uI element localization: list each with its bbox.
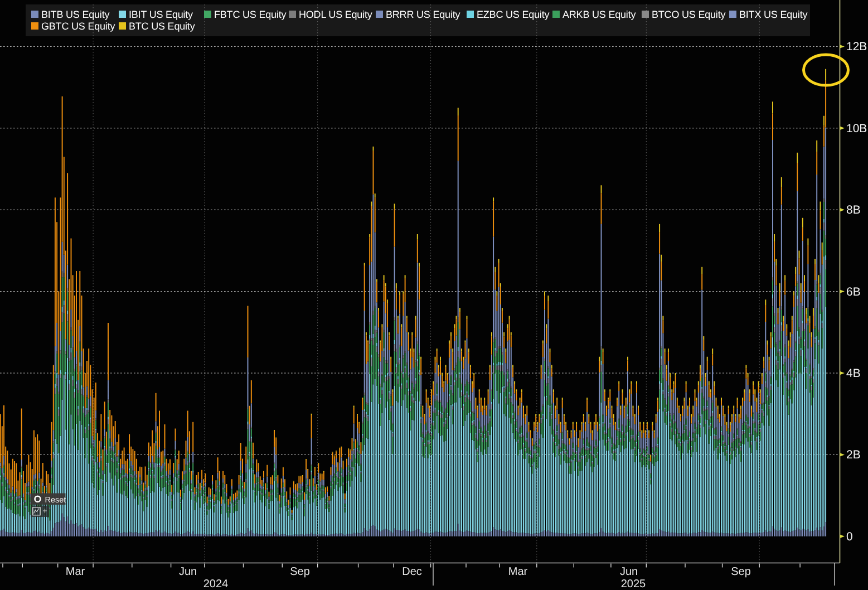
svg-text:BTCO US Equity: BTCO US Equity <box>652 9 725 20</box>
svg-text:BRRR US Equity: BRRR US Equity <box>386 9 460 20</box>
svg-text:FBTC US Equity: FBTC US Equity <box>214 9 286 20</box>
svg-text:Mar: Mar <box>66 565 85 578</box>
svg-text:HODL US Equity: HODL US Equity <box>299 9 372 20</box>
svg-text:Sep: Sep <box>290 565 310 578</box>
svg-text:2025: 2025 <box>621 578 646 590</box>
svg-text:6B: 6B <box>846 286 861 298</box>
svg-text:IBIT US Equity: IBIT US Equity <box>129 9 193 20</box>
svg-text:Reset: Reset <box>45 496 66 505</box>
svg-text:GBTC US Equity: GBTC US Equity <box>41 21 115 32</box>
svg-text:10B: 10B <box>846 122 867 135</box>
svg-text:8B: 8B <box>846 204 861 216</box>
svg-text:Dec: Dec <box>402 565 422 578</box>
svg-text:4B: 4B <box>846 367 861 380</box>
svg-text:BITX US Equity: BITX US Equity <box>739 9 807 20</box>
svg-text:0: 0 <box>846 530 853 543</box>
svg-text:Sep: Sep <box>731 565 751 578</box>
svg-text:2024: 2024 <box>203 578 229 590</box>
svg-text:Jun: Jun <box>620 565 638 578</box>
svg-text:BTC US Equity: BTC US Equity <box>129 21 195 32</box>
svg-text:BITB US Equity: BITB US Equity <box>41 9 109 20</box>
svg-text:12B: 12B <box>846 40 867 53</box>
svg-text:ARKB US Equity: ARKB US Equity <box>562 9 636 20</box>
svg-text:Jun: Jun <box>179 565 197 578</box>
svg-text:2B: 2B <box>846 448 861 461</box>
svg-text:Mar: Mar <box>508 565 528 578</box>
svg-text:EZBC US Equity: EZBC US Equity <box>477 9 549 20</box>
